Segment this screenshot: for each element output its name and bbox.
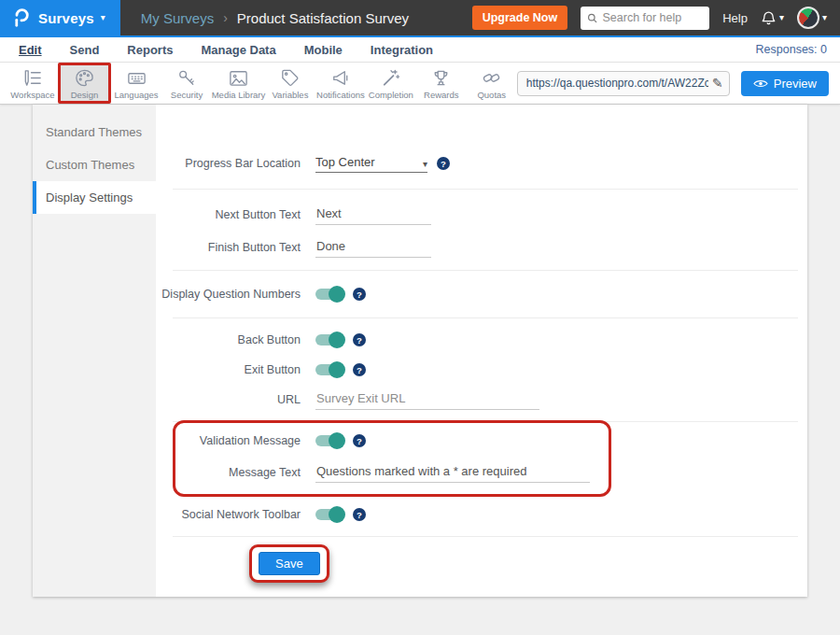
help-icon[interactable]: ? [353, 363, 366, 376]
toolbar-item-languages[interactable]: Languages [111, 65, 161, 101]
progress-bar-location-label: Progress Bar Location [156, 157, 301, 170]
toolbar-item-rewards[interactable]: Rewards [416, 65, 467, 101]
notifications-icon [329, 67, 351, 89]
save-annotation-box: Save [249, 544, 329, 583]
toolbar-item-notifications[interactable]: Notifications [315, 65, 366, 101]
nav-item-reports[interactable]: Reports [127, 43, 173, 57]
product-switcher[interactable]: Surveys ▾ [0, 0, 120, 35]
toolbar-item-variables[interactable]: Variables [265, 65, 315, 101]
design-icon [74, 67, 95, 89]
bell-icon [761, 10, 777, 26]
toolbar-item-security[interactable]: Security [161, 65, 212, 101]
display-settings-panel: Progress Bar Location Top Center ▾ ? Nex… [156, 105, 807, 597]
chevron-down-icon: ▾ [822, 13, 827, 22]
avatar [797, 7, 819, 29]
breadcrumb-parent[interactable]: My Surveys [141, 10, 214, 26]
nav-item-mobile[interactable]: Mobile [304, 43, 343, 57]
validation-annotation-box: Validation Message ? Message Text [173, 420, 611, 497]
nav-item-manage-data[interactable]: Manage Data [201, 43, 275, 57]
nav-item-integration[interactable]: Integration [371, 43, 433, 57]
variables-icon [279, 67, 301, 89]
social-network-toolbar-row: Social Network Toolbar ? [156, 502, 807, 527]
progress-bar-location-select[interactable]: Top Center ▾ [315, 155, 427, 173]
toggle-knob [329, 332, 345, 348]
toolbar-item-quotas[interactable]: Quotas [467, 65, 517, 101]
upgrade-now-button[interactable]: Upgrade Now [472, 6, 568, 30]
chevron-down-icon: ▾ [101, 13, 105, 22]
languages-icon [126, 67, 147, 89]
help-icon[interactable]: ? [353, 434, 366, 447]
preview-button[interactable]: Preview [741, 71, 829, 96]
toolbar-item-label: Rewards [424, 90, 459, 100]
toolbar-item-label: Security [171, 90, 203, 100]
edit-url-icon[interactable]: ✎ [708, 76, 723, 91]
divider [173, 318, 798, 318]
exit-url-input[interactable] [315, 389, 539, 410]
toolbar-item-workspace[interactable]: Workspace [7, 65, 58, 101]
sidebar-item-standard-themes[interactable]: Standard Themes [33, 116, 156, 148]
message-text-row: Message Text [175, 460, 609, 485]
preview-label: Preview [774, 77, 817, 91]
nav-item-send[interactable]: Send [70, 43, 100, 57]
workspace-icon [21, 67, 43, 89]
help-icon[interactable]: ? [353, 508, 366, 521]
search-input[interactable] [602, 11, 703, 24]
eye-icon [753, 78, 768, 89]
divider [173, 189, 798, 190]
design-settings-card: Standard Themes Custom Themes Display Se… [33, 105, 807, 597]
responses-count[interactable]: Responses: 0 [756, 43, 827, 56]
display-question-numbers-row: Display Question Numbers ? [156, 282, 807, 306]
notifications-menu[interactable]: ▾ [761, 10, 784, 26]
toolbar-item-label: Workspace [10, 90, 54, 100]
help-link[interactable]: Help [722, 11, 748, 25]
toolbar-item-label: Design [71, 90, 99, 100]
toolbar-item-media-library[interactable]: Media Library [212, 65, 265, 101]
back-button-toggle[interactable] [315, 334, 343, 346]
toolbar-item-label: Completion [369, 90, 413, 100]
finish-button-text-row: Finish Button Text [156, 235, 807, 260]
survey-nav: Edit Send Reports Manage Data Mobile Int… [0, 37, 840, 63]
help-icon[interactable]: ? [437, 157, 450, 170]
display-question-numbers-toggle[interactable] [315, 289, 343, 300]
exit-url-row: URL [156, 388, 807, 412]
nav-item-edit[interactable]: Edit [19, 43, 42, 57]
chevron-down-icon: ▾ [423, 159, 427, 169]
rewards-icon [430, 67, 452, 89]
help-search-box[interactable] [581, 7, 709, 30]
breadcrumb-separator: › [223, 10, 228, 25]
display-question-numbers-label: Display Question Numbers [156, 288, 301, 301]
exit-button-toggle[interactable] [315, 364, 343, 375]
finish-button-text-input[interactable] [315, 237, 431, 258]
top-header: Surveys ▾ My Surveys › Product Satisfact… [0, 0, 840, 37]
progress-bar-location-value: Top Center [315, 155, 375, 169]
back-button-label: Back Button [156, 333, 301, 346]
message-text-input[interactable] [315, 462, 590, 483]
save-button[interactable]: Save [259, 552, 320, 575]
back-button-row: Back Button ? [156, 328, 807, 352]
help-icon[interactable]: ? [353, 333, 366, 346]
next-button-text-label: Next Button Text [156, 208, 301, 221]
social-network-toolbar-toggle[interactable] [315, 509, 343, 520]
toggle-knob [329, 506, 345, 523]
sidebar-item-custom-themes[interactable]: Custom Themes [33, 148, 156, 181]
exit-url-label: URL [156, 393, 301, 406]
toolbar-item-label: Notifications [316, 90, 365, 100]
media-library-icon [228, 67, 249, 89]
chevron-down-icon: ▾ [779, 13, 784, 22]
toolbar-item-label: Quotas [477, 90, 506, 100]
validation-message-toggle[interactable] [315, 435, 343, 446]
help-icon[interactable]: ? [353, 288, 366, 301]
sidebar-item-display-settings[interactable]: Display Settings [33, 181, 156, 214]
breadcrumb-current: Product Satisfaction Survey [237, 10, 409, 26]
message-text-label: Message Text [175, 466, 301, 479]
validation-message-row: Validation Message ? [175, 429, 609, 453]
toolbar-item-completion[interactable]: Completion [366, 65, 416, 101]
survey-url-field[interactable]: https://qa.questionpro.com/t/AW22Zcq2J ✎ [517, 71, 730, 96]
progress-bar-location-row: Progress Bar Location Top Center ▾ ? [156, 151, 807, 176]
account-menu[interactable]: ▾ [797, 7, 827, 29]
divider [173, 536, 798, 537]
toggle-knob [329, 361, 345, 378]
exit-button-label: Exit Button [156, 363, 301, 376]
toolbar-item-design[interactable]: Design [58, 63, 111, 104]
next-button-text-input[interactable] [315, 205, 431, 225]
